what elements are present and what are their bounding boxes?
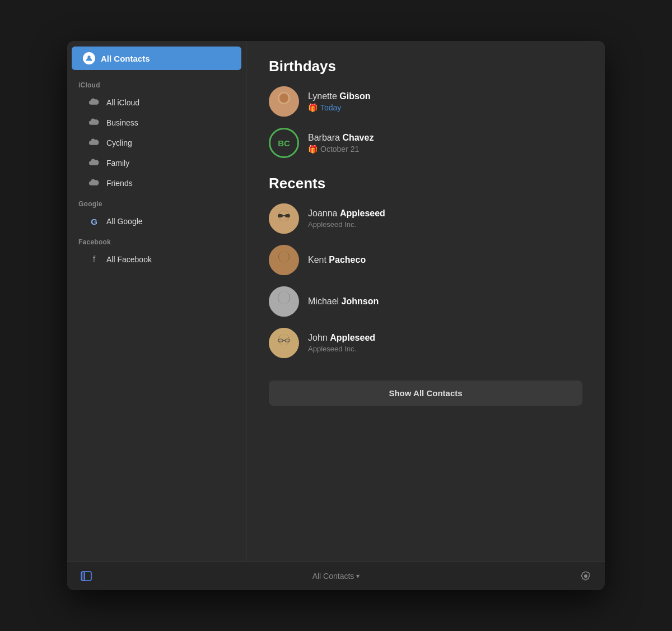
avatar-lynette bbox=[269, 86, 299, 117]
all-contacts-label: All Contacts bbox=[101, 54, 150, 63]
avatar-michael bbox=[269, 286, 299, 317]
sidebar: All Contacts iCloud All iCloud Bus bbox=[67, 41, 246, 561]
contact-info-michael: Michael Johnson bbox=[308, 296, 379, 307]
sidebar-item-all-facebook[interactable]: f All Facebook bbox=[72, 250, 241, 269]
business-label: Business bbox=[106, 118, 138, 127]
all-icloud-label: All iCloud bbox=[106, 98, 139, 107]
all-google-label: All Google bbox=[106, 217, 143, 226]
show-all-contacts-button[interactable]: Show All Contacts bbox=[269, 381, 582, 406]
contact-name-barbara: Barbara Chavez bbox=[308, 133, 374, 143]
contact-subtitle-joanna: Appleseed Inc. bbox=[308, 220, 385, 229]
sidebar-item-business[interactable]: Business bbox=[72, 113, 241, 132]
google-section-header: Google bbox=[67, 193, 246, 211]
recent-item-michael[interactable]: Michael Johnson bbox=[269, 286, 582, 317]
avatar-john bbox=[269, 328, 299, 358]
birthday-item-barbara[interactable]: BC Barbara Chavez 🎁 October 21 bbox=[269, 128, 582, 158]
cloud-icon-business bbox=[88, 117, 100, 128]
cycling-label: Cycling bbox=[106, 138, 132, 147]
recent-item-joanna[interactable]: Joanna Appleseed Appleseed Inc. bbox=[269, 203, 582, 234]
svg-point-23 bbox=[279, 334, 289, 345]
avatar-barbara: BC bbox=[269, 128, 299, 158]
contact-name-kent: Kent Pacheco bbox=[308, 255, 366, 265]
recent-item-john[interactable]: John Appleseed Appleseed Inc. bbox=[269, 328, 582, 358]
contact-info-kent: Kent Pacheco bbox=[308, 255, 366, 265]
contact-name-joanna: Joanna Appleseed bbox=[308, 208, 385, 219]
cloud-icon-cycling bbox=[88, 137, 100, 149]
bottom-bar: All Contacts ▾ bbox=[67, 561, 605, 590]
svg-point-4 bbox=[279, 94, 288, 103]
facebook-icon: f bbox=[88, 254, 100, 265]
svg-point-19 bbox=[278, 291, 290, 304]
sidebar-item-family[interactable]: Family bbox=[72, 154, 241, 173]
bottom-bar-title[interactable]: All Contacts ▾ bbox=[312, 572, 360, 581]
gift-icon-lynette: 🎁 bbox=[308, 103, 318, 112]
google-icon: G bbox=[88, 216, 100, 227]
icloud-section-header: iCloud bbox=[67, 75, 246, 92]
gift-icon-barbara: 🎁 bbox=[308, 145, 318, 154]
contacts-person-icon bbox=[85, 54, 93, 62]
recent-item-kent[interactable]: Kent Pacheco bbox=[269, 245, 582, 275]
gear-icon bbox=[580, 570, 591, 582]
sidebar-item-cycling[interactable]: Cycling bbox=[72, 133, 241, 152]
content-area: Birthdays Lynette Gibson bbox=[246, 41, 605, 561]
sidebar-item-friends[interactable]: Friends bbox=[72, 174, 241, 193]
contact-subtitle-john: Appleseed Inc. bbox=[308, 345, 375, 353]
app-window: All Contacts iCloud All iCloud Bus bbox=[67, 41, 605, 590]
svg-rect-9 bbox=[278, 214, 283, 217]
cloud-icon-all-icloud bbox=[88, 97, 100, 108]
sidebar-item-all-icloud[interactable]: All iCloud bbox=[72, 93, 241, 112]
svg-rect-10 bbox=[285, 214, 290, 217]
all-contacts-icon bbox=[83, 52, 95, 64]
avatar-kent bbox=[269, 245, 299, 275]
cloud-icon-friends bbox=[88, 178, 100, 189]
contact-info-john: John Appleseed Appleseed Inc. bbox=[308, 333, 375, 353]
contact-date-lynette: 🎁 Today bbox=[308, 103, 370, 112]
sidebar-toggle-button[interactable] bbox=[78, 568, 94, 584]
sidebar-item-all-google[interactable]: G All Google bbox=[72, 212, 241, 231]
avatar-joanna bbox=[269, 203, 299, 234]
recents-section: Recents bbox=[269, 175, 582, 369]
birthday-item-lynette[interactable]: Lynette Gibson 🎁 Today bbox=[269, 86, 582, 117]
facebook-section-header: Facebook bbox=[67, 231, 246, 249]
recents-title: Recents bbox=[269, 175, 582, 192]
sidebar-toggle-icon bbox=[80, 570, 92, 582]
friends-label: Friends bbox=[106, 179, 133, 188]
contact-info-barbara: Barbara Chavez 🎁 October 21 bbox=[308, 133, 374, 154]
svg-point-15 bbox=[279, 251, 289, 262]
all-facebook-label: All Facebook bbox=[106, 255, 152, 264]
cloud-icon-family bbox=[88, 157, 100, 169]
contact-info-lynette: Lynette Gibson 🎁 Today bbox=[308, 91, 370, 112]
sidebar-item-all-contacts[interactable]: All Contacts bbox=[72, 47, 241, 70]
main-area: All Contacts iCloud All iCloud Bus bbox=[67, 41, 605, 561]
contact-info-joanna: Joanna Appleseed Appleseed Inc. bbox=[308, 208, 385, 229]
svg-rect-30 bbox=[81, 572, 85, 581]
contact-name-john: John Appleseed bbox=[308, 333, 375, 343]
contact-name-michael: Michael Johnson bbox=[308, 296, 379, 307]
gear-button[interactable] bbox=[578, 568, 594, 584]
contact-name-lynette: Lynette Gibson bbox=[308, 91, 370, 101]
birthdays-title: Birthdays bbox=[269, 58, 582, 75]
contact-date-barbara: 🎁 October 21 bbox=[308, 145, 374, 154]
family-label: Family bbox=[106, 159, 129, 168]
